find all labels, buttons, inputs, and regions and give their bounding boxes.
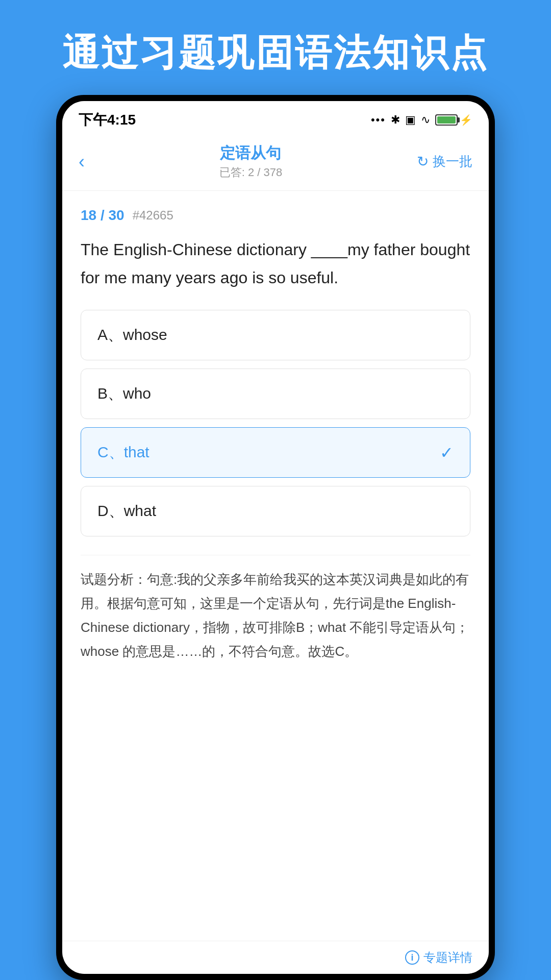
sim-icon: ▣ (405, 113, 416, 127)
question-id: #42665 (133, 208, 173, 223)
option-a-label: A、whose (97, 325, 167, 346)
status-icons: ••• ✱ ▣ ∿ ⚡ (371, 113, 472, 127)
charging-icon: ⚡ (460, 114, 472, 126)
option-d[interactable]: D、what (81, 486, 470, 536)
refresh-icon: ↻ (417, 153, 429, 170)
content-area: 18 / 30 #42665 The English-Chinese dicti… (62, 191, 489, 941)
nav-center: 定语从句 已答: 2 / 378 (219, 143, 283, 180)
option-c-label: C、that (97, 442, 149, 463)
analysis-section: 试题分析：句意:我的父亲多年前给我买的这本英汉词典是如此的有用。根据句意可知，这… (81, 555, 470, 663)
option-c[interactable]: C、that ✓ (81, 427, 470, 478)
battery-container: ⚡ (435, 114, 472, 126)
topic-detail-button[interactable]: i 专题详情 (405, 949, 472, 966)
nav-bar: ‹ 定语从句 已答: 2 / 378 ↻ 换一批 (62, 135, 489, 191)
phone-container: 下午4:15 ••• ✱ ▣ ∿ ⚡ ‹ 定语从句 已答: 2 / 378 (56, 95, 495, 980)
info-icon: i (405, 950, 419, 965)
status-dots: ••• (371, 113, 386, 127)
nav-title: 定语从句 (219, 143, 283, 164)
battery-fill (437, 116, 456, 124)
option-b[interactable]: B、who (81, 369, 470, 419)
option-b-label: B、who (97, 383, 151, 404)
question-text: The English-Chinese dictionary ____my fa… (81, 236, 470, 291)
back-button[interactable]: ‹ (79, 151, 85, 173)
page-title: 通过习题巩固语法知识点 (31, 31, 520, 75)
bluetooth-icon: ✱ (391, 113, 400, 127)
page-header: 通过习题巩固语法知识点 (0, 0, 551, 95)
options-list: A、whose B、who C、that ✓ D、what (81, 310, 470, 536)
refresh-label: 换一批 (433, 153, 472, 170)
footer-bar: i 专题详情 (62, 941, 489, 974)
question-progress: 18 / 30 (81, 207, 124, 224)
topic-detail-label: 专题详情 (423, 949, 472, 966)
status-time: 下午4:15 (79, 110, 136, 130)
analysis-text: 试题分析：句意:我的父亲多年前给我买的这本英汉词典是如此的有用。根据句意可知，这… (81, 572, 469, 658)
check-icon: ✓ (440, 443, 454, 462)
refresh-button[interactable]: ↻ 换一批 (417, 153, 472, 170)
nav-subtitle: 已答: 2 / 378 (219, 165, 283, 180)
question-meta: 18 / 30 #42665 (81, 207, 470, 224)
phone-screen: 下午4:15 ••• ✱ ▣ ∿ ⚡ ‹ 定语从句 已答: 2 / 378 (62, 101, 489, 974)
option-a[interactable]: A、whose (81, 310, 470, 360)
option-d-label: D、what (97, 501, 156, 522)
wifi-icon: ∿ (421, 113, 430, 127)
battery-icon (435, 114, 458, 126)
status-bar: 下午4:15 ••• ✱ ▣ ∿ ⚡ (62, 101, 489, 135)
